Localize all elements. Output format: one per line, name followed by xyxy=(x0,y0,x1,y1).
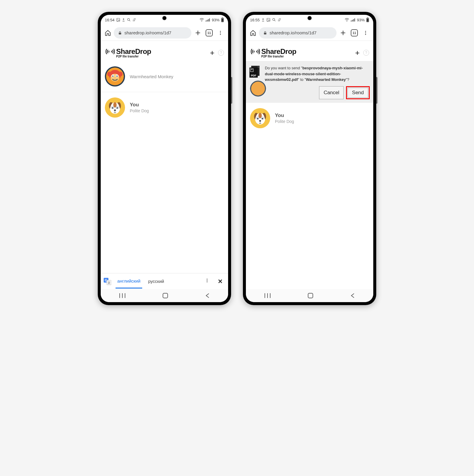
home-nav-button[interactable] xyxy=(163,293,168,298)
back-button[interactable] xyxy=(205,293,209,298)
self-row: You Polite Dog xyxy=(101,92,228,123)
tabs-button[interactable]: 11 xyxy=(204,29,214,36)
picture-icon xyxy=(266,18,270,22)
svg-point-24 xyxy=(116,76,118,77)
svg-rect-75 xyxy=(265,293,265,298)
peer-row[interactable]: Warmhearted Monkey xyxy=(101,61,228,92)
add-room-button[interactable]: + xyxy=(210,48,214,57)
battery-pct: 93% xyxy=(357,18,365,22)
svg-point-23 xyxy=(112,76,113,77)
confirm-target: Warmhearted Monkey xyxy=(306,77,346,82)
browser-menu-button[interactable] xyxy=(361,30,370,36)
peer-avatar-behind xyxy=(250,81,266,97)
battery-icon xyxy=(221,17,224,22)
svg-point-13 xyxy=(220,31,221,32)
back-button[interactable] xyxy=(350,293,355,298)
svg-point-3 xyxy=(127,18,129,20)
signal-waves-icon xyxy=(250,48,261,55)
svg-rect-11 xyxy=(222,18,223,22)
picture-icon xyxy=(116,18,120,22)
self-name: Polite Dog xyxy=(275,119,294,124)
svg-rect-76 xyxy=(267,293,268,298)
recents-button[interactable] xyxy=(265,293,270,298)
peer-avatar xyxy=(105,66,125,86)
new-tab-button[interactable] xyxy=(193,30,203,36)
translate-menu-button[interactable] xyxy=(203,278,211,284)
screen: 16:54 93% sharedrop.io/rooms/1d7 xyxy=(101,15,228,302)
sharedrop-logo: ShareDrop P2P file transfer xyxy=(250,47,296,58)
translate-lang-russian[interactable]: русский xyxy=(146,275,166,288)
phone-right: 16:55 93% sharedrop.io/rooms/1d7 xyxy=(243,12,376,305)
svg-rect-40 xyxy=(119,293,120,298)
address-bar[interactable]: sharedrop.io/rooms/1d7 xyxy=(114,27,191,39)
svg-text:PDF: PDF xyxy=(251,74,257,77)
clock: 16:55 xyxy=(250,18,260,22)
tabs-button[interactable]: 11 xyxy=(350,29,359,36)
android-navbar xyxy=(246,289,373,302)
svg-point-73 xyxy=(262,118,263,119)
tab-count: 11 xyxy=(206,29,213,36)
logo-subtitle: P2P file transfer xyxy=(116,55,151,58)
signal-icon xyxy=(351,18,356,22)
browser-toolbar: sharedrop.io/rooms/1d7 11 xyxy=(246,25,373,41)
svg-rect-5 xyxy=(206,20,206,21)
url-text: sharedrop.io/rooms/1d7 xyxy=(124,30,171,35)
svg-point-15 xyxy=(220,34,221,35)
svg-point-72 xyxy=(257,118,259,119)
svg-point-31 xyxy=(117,107,118,109)
svg-rect-50 xyxy=(352,20,353,22)
google-translate-icon[interactable]: G 文 xyxy=(104,278,111,285)
svg-point-48 xyxy=(347,21,347,22)
home-button[interactable] xyxy=(249,30,257,36)
svg-rect-43 xyxy=(163,293,168,298)
svg-point-46 xyxy=(268,19,268,20)
android-navbar xyxy=(101,289,228,302)
svg-rect-45 xyxy=(267,18,270,22)
svg-point-38 xyxy=(207,280,208,281)
play-icon xyxy=(278,18,282,22)
add-room-button[interactable]: + xyxy=(355,48,360,57)
clock: 16:54 xyxy=(105,18,115,22)
send-button[interactable]: Send xyxy=(348,88,368,98)
home-nav-button[interactable] xyxy=(308,293,313,298)
self-avatar xyxy=(105,97,125,118)
svg-rect-78 xyxy=(308,293,313,298)
svg-rect-6 xyxy=(207,20,207,22)
battery-pct: 93% xyxy=(212,18,220,22)
browser-menu-button[interactable] xyxy=(216,30,225,36)
svg-point-14 xyxy=(220,32,221,33)
svg-rect-54 xyxy=(367,17,368,18)
cancel-button[interactable]: Cancel xyxy=(319,86,344,99)
help-button[interactable]: ? xyxy=(363,50,369,56)
svg-rect-49 xyxy=(351,20,351,21)
person-icon xyxy=(261,18,265,22)
screen: 16:55 93% sharedrop.io/rooms/1d7 xyxy=(246,15,373,302)
recents-button[interactable] xyxy=(119,293,125,298)
translate-close-button[interactable]: ✕ xyxy=(215,278,225,285)
svg-rect-0 xyxy=(116,18,120,22)
svg-point-4 xyxy=(201,21,202,22)
sharedrop-logo: ShareDrop P2P file transfer xyxy=(105,47,151,58)
help-button[interactable]: ? xyxy=(218,50,224,56)
svg-rect-42 xyxy=(125,293,125,298)
svg-point-37 xyxy=(207,279,208,280)
search-status-icon xyxy=(272,18,276,22)
page-content: ShareDrop P2P file transfer + ? xyxy=(246,41,373,302)
home-button[interactable] xyxy=(104,30,112,36)
translate-lang-english[interactable]: английский xyxy=(116,274,142,289)
svg-point-2 xyxy=(123,19,124,20)
self-label: You xyxy=(130,102,149,108)
self-avatar xyxy=(250,108,270,128)
svg-point-30 xyxy=(112,107,113,109)
new-tab-button[interactable] xyxy=(338,30,348,36)
self-label: You xyxy=(275,113,294,118)
self-name: Polite Dog xyxy=(130,108,149,113)
url-text: sharedrop.io/rooms/1d7 xyxy=(270,30,316,35)
peer-name: Warmhearted Monkey xyxy=(130,74,173,79)
search-status-icon xyxy=(127,18,131,22)
address-bar[interactable]: sharedrop.io/rooms/1d7 xyxy=(259,27,337,39)
tab-count: 11 xyxy=(351,29,358,36)
logo-text: ShareDrop xyxy=(261,47,296,56)
camera-hole xyxy=(162,16,166,20)
svg-rect-56 xyxy=(264,33,266,34)
